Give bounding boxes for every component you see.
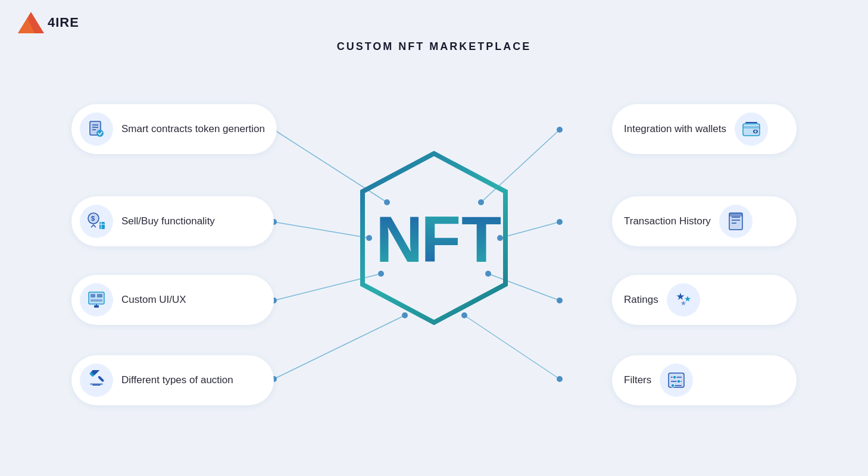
svg-rect-47 (94, 305, 99, 308)
svg-text:F: F (421, 202, 459, 275)
sell-buy-label: Sell/Buy functionality (121, 215, 215, 228)
logo: 4IRE (18, 12, 79, 33)
svg-rect-56 (743, 126, 760, 129)
svg-rect-45 (97, 294, 102, 298)
auction-icon (80, 364, 113, 397)
svg-rect-46 (90, 299, 102, 302)
transaction-history-label: Transaction History (624, 215, 711, 228)
svg-point-73 (677, 380, 680, 383)
svg-rect-64 (729, 213, 742, 217)
transaction-history-icon (719, 205, 753, 238)
card-smart-contracts: Smart contracts token genertion (71, 104, 277, 154)
card-transaction-history: Transaction History (612, 196, 797, 246)
logo-text: 4IRE (48, 15, 79, 30)
card-sell-buy: $ Sell/Buy functionality (71, 196, 274, 246)
uiux-label: Custom UI/UX (121, 293, 186, 306)
card-ratings: Ratings (612, 275, 797, 325)
svg-text:$: $ (91, 215, 95, 222)
svg-marker-66 (684, 296, 690, 302)
svg-text:N: N (376, 202, 419, 275)
svg-point-24 (557, 376, 563, 382)
wallets-label: Integration with wallets (624, 123, 726, 136)
svg-rect-50 (92, 384, 101, 386)
card-uiux: Custom UI/UX (71, 275, 274, 325)
uiux-icon (80, 283, 113, 317)
auction-label: Different types of auction (121, 374, 233, 387)
svg-point-35 (96, 130, 104, 137)
svg-rect-54 (743, 124, 760, 136)
svg-point-15 (557, 127, 563, 133)
filters-icon (660, 364, 693, 397)
svg-point-21 (557, 298, 563, 303)
card-filters: Filters (612, 355, 797, 405)
svg-point-18 (557, 219, 563, 225)
ratings-label: Ratings (624, 293, 658, 306)
nft-hexagon: N F T (351, 155, 517, 321)
svg-rect-51 (98, 375, 104, 382)
svg-rect-39 (99, 222, 105, 229)
page-title: CUSTOM NFT MARKETPLACE (337, 40, 532, 53)
filters-label: Filters (624, 374, 651, 387)
svg-marker-65 (676, 293, 684, 300)
smart-contracts-icon (80, 112, 113, 146)
svg-text:T: T (461, 202, 501, 275)
svg-rect-44 (90, 294, 95, 298)
svg-point-58 (754, 130, 757, 133)
svg-point-75 (671, 384, 675, 387)
ratings-icon (667, 283, 700, 317)
card-wallets: Integration with wallets (612, 104, 797, 154)
sell-buy-icon: $ (80, 205, 113, 238)
card-auction: Different types of auction (71, 355, 274, 405)
svg-rect-42 (89, 292, 104, 304)
svg-marker-67 (680, 300, 686, 305)
svg-point-71 (673, 375, 676, 379)
smart-contracts-label: Smart contracts token genertion (121, 123, 265, 136)
wallets-icon (735, 112, 768, 146)
